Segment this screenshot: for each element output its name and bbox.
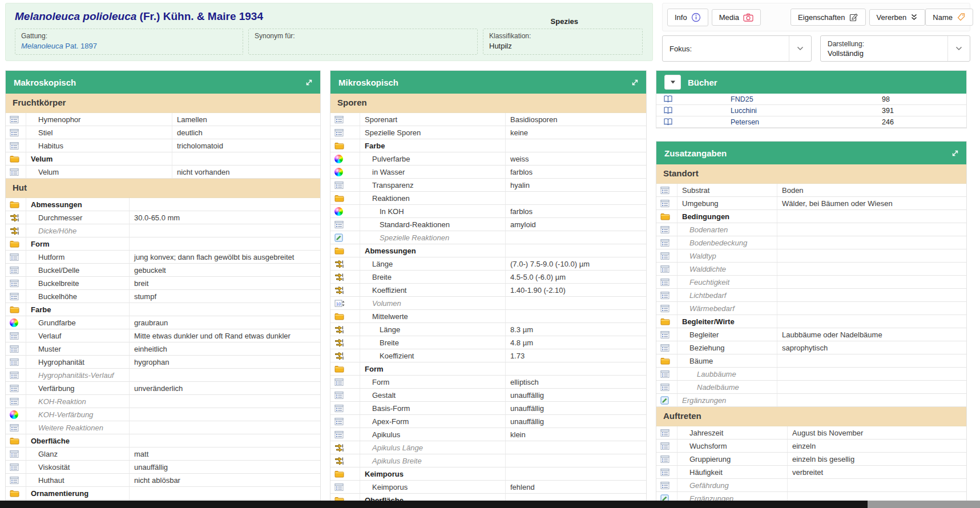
table-row[interactable]: Pulverfarbeweiss bbox=[330, 152, 646, 166]
table-row[interactable]: Wärmebedarf bbox=[656, 302, 966, 315]
table-row[interactable]: Begleiter/Wirte bbox=[656, 315, 966, 328]
table-row[interactable]: Formelliptisch bbox=[330, 376, 646, 389]
table-row[interactable]: KOH-Reaktion bbox=[6, 395, 320, 408]
table-row[interactable]: Beziehungsaprophytisch bbox=[656, 341, 966, 354]
table-row[interactable]: Hygrophanitäthygrophan bbox=[6, 356, 320, 369]
table-row[interactable]: Abmessungen bbox=[330, 244, 646, 257]
table-row[interactable]: SporenartBasidiosporen bbox=[330, 113, 646, 126]
table-row[interactable]: Gefährdung bbox=[656, 479, 966, 492]
table-row[interactable]: Mittelwerte bbox=[330, 310, 646, 323]
table-row[interactable]: UmgebungWälder, bei Bäumen oder Wiesen bbox=[656, 197, 966, 210]
table-row[interactable]: Abmessungen bbox=[6, 198, 320, 211]
table-row[interactable]: Spezielle Sporenkeine bbox=[330, 126, 646, 139]
table-row[interactable]: Lichtbedarf bbox=[656, 289, 966, 302]
table-row[interactable]: Stieldeutlich bbox=[6, 126, 320, 139]
table-row[interactable]: Bedingungen bbox=[656, 210, 966, 223]
table-row[interactable]: Form bbox=[330, 362, 646, 376]
darstellung-dropdown[interactable]: Darstellung: Vollständig bbox=[820, 35, 970, 62]
table-row[interactable]: Weitere Reaktionen bbox=[6, 421, 320, 434]
table-row[interactable]: Durchmesser30.0-65.0 mm bbox=[6, 211, 320, 224]
table-row[interactable]: Glanzmatt bbox=[6, 447, 320, 461]
table-row[interactable]: Buckelhöhestumpf bbox=[6, 290, 320, 303]
table-row[interactable]: VerlaufMitte etwas dunkler und oft Rand … bbox=[6, 329, 320, 342]
table-row[interactable]: Breite4.8 µm bbox=[330, 336, 646, 349]
info-button[interactable]: Info bbox=[667, 9, 708, 26]
synonym-field: Synonym für: bbox=[248, 29, 478, 55]
table-row[interactable]: Spezielle Reaktionen bbox=[330, 231, 646, 244]
table-row[interactable]: Ergänzungen bbox=[656, 394, 966, 407]
table-row[interactable]: Wuchsformeinzeln bbox=[656, 440, 966, 453]
table-row[interactable]: Bodenbedeckung bbox=[656, 236, 966, 249]
buecher-dropdown-button[interactable] bbox=[664, 75, 681, 90]
table-row[interactable]: Mustereinheitlich bbox=[6, 342, 320, 356]
table-row[interactable]: Gestaltunauffällig bbox=[330, 389, 646, 402]
table-row[interactable]: Standard-Reaktionenamyloid bbox=[330, 218, 646, 231]
book-row[interactable]: Lucchini391 bbox=[656, 105, 966, 116]
table-row[interactable]: In KOHfarblos bbox=[330, 205, 646, 218]
table-row[interactable]: Reaktionen bbox=[330, 192, 646, 205]
table-row[interactable]: Breite4.5-5.0 (-6.0) µm bbox=[330, 271, 646, 284]
table-row[interactable]: Velumnicht vorhanden bbox=[6, 166, 320, 179]
table-row[interactable]: Oberfläche bbox=[6, 434, 320, 447]
range-icon bbox=[330, 271, 360, 283]
expand-icon[interactable] bbox=[631, 78, 639, 87]
table-row[interactable]: Apikulus Länge bbox=[330, 441, 646, 454]
fokus-dropdown[interactable]: Fokus: bbox=[662, 35, 812, 62]
table-row[interactable]: Länge8.3 µm bbox=[330, 323, 646, 336]
table-row[interactable]: Transparenzhyalin bbox=[330, 179, 646, 192]
table-row[interactable]: Laubbäume bbox=[656, 368, 966, 381]
eigenschaften-button[interactable]: Eigenschaften bbox=[791, 9, 865, 26]
table-row[interactable]: Buckelbreitebreit bbox=[6, 277, 320, 290]
table-row[interactable]: Form bbox=[6, 237, 320, 251]
table-row[interactable]: BegleiterLaubbäume oder Nadelbäume bbox=[656, 328, 966, 341]
table-row[interactable]: Ornamentierung bbox=[6, 487, 320, 500]
table-row[interactable]: Häufigkeitverbreitet bbox=[656, 466, 966, 479]
scrollbar-thumb[interactable] bbox=[868, 501, 980, 508]
table-row[interactable]: Koeffizient1.40-1.90 (-2.10) bbox=[330, 284, 646, 297]
table-row[interactable]: Keimporus bbox=[330, 467, 646, 481]
table-row[interactable]: Farbe bbox=[330, 139, 646, 152]
table-row[interactable]: Bodenarten bbox=[656, 223, 966, 236]
table-row[interactable]: Walddichte bbox=[656, 263, 966, 276]
name-button[interactable]: Name bbox=[925, 9, 973, 26]
table-row[interactable]: Feuchtigkeit bbox=[656, 276, 966, 289]
table-row[interactable]: SubstratBoden bbox=[656, 184, 966, 197]
table-row[interactable]: Grundfarbegraubraun bbox=[6, 316, 320, 329]
table-row[interactable]: KOH-Verfärbung bbox=[6, 408, 320, 421]
table-row[interactable]: 10Volumen bbox=[330, 297, 646, 310]
gattung-value[interactable]: Melanoleuca Pat. 1897 bbox=[21, 42, 237, 50]
table-row[interactable]: Länge(7.0-) 7.5-9.0 (-10.0) µm bbox=[330, 257, 646, 271]
table-row[interactable]: Apex-Formunauffällig bbox=[330, 415, 646, 428]
table-row[interactable]: Velum bbox=[6, 152, 320, 166]
table-row[interactable]: Buckel/Dellegebuckelt bbox=[6, 264, 320, 277]
table-row[interactable]: Gruppierungeinzeln bis gesellig bbox=[656, 453, 966, 466]
table-row[interactable]: Dicke/Höhe bbox=[6, 224, 320, 237]
table-row[interactable]: Hygrophanitäts-Verlauf bbox=[6, 369, 320, 382]
horizontal-scrollbar[interactable] bbox=[0, 501, 980, 508]
table-row[interactable]: Waldtyp bbox=[656, 249, 966, 263]
vererben-button[interactable]: Vererben bbox=[869, 9, 926, 26]
table-row[interactable]: JahreszeitAugust bis November bbox=[656, 426, 966, 440]
table-row[interactable]: Hutformjung konvex; dann flach gewölbt b… bbox=[6, 251, 320, 264]
table-row[interactable]: Huthautnicht ablösbar bbox=[6, 474, 320, 487]
expand-icon[interactable] bbox=[951, 149, 959, 158]
table-row[interactable]: Keimporusfehlend bbox=[330, 481, 646, 494]
table-row[interactable]: HymenophorLamellen bbox=[6, 113, 320, 126]
expand-icon[interactable] bbox=[305, 78, 313, 87]
table-row[interactable]: Viskositätunauffällig bbox=[6, 461, 320, 474]
table-row[interactable]: Habitustricholomatoid bbox=[6, 139, 320, 152]
media-button[interactable]: Media bbox=[712, 9, 761, 26]
table-row[interactable]: Bäume bbox=[656, 354, 966, 368]
book-row[interactable]: FND2598 bbox=[656, 94, 966, 105]
table-row[interactable]: Apikulusklein bbox=[330, 428, 646, 441]
row-label: Glanz bbox=[26, 447, 130, 460]
table-row[interactable]: Koeffizient1.73 bbox=[330, 349, 646, 362]
book-row[interactable]: Petersen246 bbox=[656, 116, 966, 128]
table-row[interactable]: in Wasserfarblos bbox=[330, 166, 646, 179]
table-row[interactable]: Farbe bbox=[6, 303, 320, 316]
table-row[interactable]: Verfärbungunveränderlich bbox=[6, 382, 320, 395]
row-label: Abmessungen bbox=[360, 244, 506, 257]
table-row[interactable]: Nadelbäume bbox=[656, 381, 966, 394]
table-row[interactable]: Basis-Formunauffällig bbox=[330, 402, 646, 415]
table-row[interactable]: Apikulus Breite bbox=[330, 454, 646, 467]
